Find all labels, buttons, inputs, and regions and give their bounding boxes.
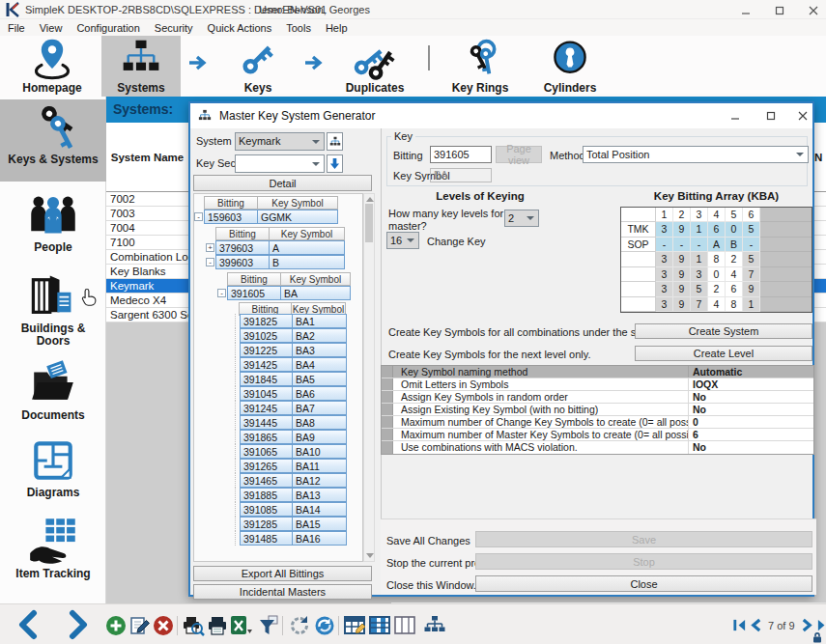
tree-expander[interactable]: -	[217, 289, 226, 297]
create-level-button[interactable]: Create Level	[635, 346, 812, 361]
toolbar-key-rings[interactable]: Key Rings	[437, 36, 524, 97]
setting-row[interactable]: Omit Letters in SymbolsIOQX	[382, 378, 813, 391]
tree-row-change-key[interactable]: 391425BA4	[235, 357, 347, 372]
tree-expander[interactable]: -	[194, 212, 203, 221]
previous-record-button[interactable]	[750, 618, 762, 632]
setting-row[interactable]: Maximum number of Change Key Symbols to …	[382, 416, 813, 429]
key-section-go-button[interactable]	[327, 154, 343, 173]
tree-row-change-key[interactable]: 391065BA10	[235, 444, 347, 459]
table-columns-view-button[interactable]	[394, 614, 417, 637]
table-grid-view-button[interactable]	[369, 614, 392, 637]
delete-button[interactable]	[152, 614, 175, 637]
tree-scrollbar[interactable]	[363, 193, 375, 562]
forward-button[interactable]	[62, 609, 93, 640]
close-dialog-button[interactable]: Close	[475, 575, 812, 592]
menu-quick-actions[interactable]: Quick Actions	[208, 22, 272, 34]
minimize-button[interactable]	[733, 3, 758, 17]
dialog-titlebar[interactable]: Master Key System Generator	[190, 103, 812, 128]
setting-row[interactable]: Key Symbol naming methodAutomatic	[382, 366, 813, 378]
setting-row[interactable]: Use combinations with MACS violation.No	[382, 441, 813, 454]
last-record-button[interactable]	[816, 618, 826, 632]
tree-expander[interactable]: +	[206, 243, 214, 252]
change-key-count-select[interactable]: 16	[386, 232, 419, 249]
maximize-button[interactable]	[767, 3, 792, 17]
tree-header-key-symbol[interactable]: Key Symbol	[257, 196, 338, 210]
setting-row[interactable]: Assign Existing Key Symbol (with no bitt…	[382, 404, 813, 416]
tree-row-change-key[interactable]: 391245BA7	[235, 401, 347, 415]
dialog-minimize-button[interactable]	[720, 103, 751, 128]
levels-count-select[interactable]: 2	[504, 210, 539, 227]
method-select[interactable]: Total Position	[583, 146, 809, 163]
page-view-button[interactable]: Page view	[496, 146, 542, 163]
tree-row-change-key[interactable]: 391045BA6	[235, 386, 347, 401]
sidebar-item-keys-systems[interactable]: Keys & Systems	[0, 99, 106, 182]
first-record-button[interactable]	[732, 618, 747, 632]
tree-header-bitting[interactable]: Bitting	[227, 272, 281, 286]
toolbar-duplicates[interactable]: Duplicates	[327, 36, 423, 97]
tree-row-change-key[interactable]: 391465BA12	[235, 473, 347, 488]
tree-row-change-key[interactable]: 391445BA8	[235, 415, 347, 430]
toolbar-homepage[interactable]: Homepage	[8, 36, 97, 97]
tree-row-change-key[interactable]: 391285BA15	[235, 517, 347, 531]
setting-row[interactable]: Assign Key Symbols in random orderNo	[382, 391, 813, 404]
sync-button[interactable]	[313, 614, 336, 637]
print-button[interactable]	[206, 614, 229, 637]
tree-row-change-key[interactable]: 391265BA11	[235, 459, 347, 473]
tree-row-ggmk[interactable]: 159603GGMK	[204, 210, 338, 224]
export-excel-button[interactable]	[230, 614, 253, 637]
save-button[interactable]: Save	[475, 531, 812, 547]
tree-row-change-key[interactable]: 391865BA9	[235, 430, 347, 444]
add-button[interactable]	[104, 614, 128, 637]
menu-configuration[interactable]: Configuration	[76, 22, 139, 34]
column-partial[interactable]: N	[814, 152, 822, 163]
filter-button[interactable]	[257, 614, 280, 637]
tree-row-change-key[interactable]: 391885BA13	[235, 488, 347, 502]
menu-view[interactable]: View	[40, 22, 63, 34]
toolbar-systems[interactable]: Systems	[101, 36, 181, 97]
back-button[interactable]	[14, 609, 44, 640]
detail-button[interactable]: Detail	[193, 175, 372, 191]
sidebar-item-diagrams[interactable]: Diagrams	[0, 433, 106, 512]
dialog-maximize-button[interactable]	[755, 103, 786, 128]
sidebar-item-documents[interactable]: Documents	[0, 355, 106, 433]
sidebar-item-people[interactable]: People	[0, 185, 106, 265]
sidebar-item-item-tracking[interactable]: Item Tracking	[0, 512, 106, 597]
hierarchy-view-button[interactable]	[423, 614, 446, 637]
tree-row-change-key[interactable]: 391085BA14	[235, 502, 347, 517]
menu-security[interactable]: Security	[155, 22, 193, 34]
tree-row-b[interactable]: 399603B	[215, 255, 345, 269]
create-system-button[interactable]: Create System	[635, 323, 812, 339]
tree-header-bitting[interactable]: Bitting	[204, 196, 258, 210]
tree-row-change-key[interactable]: 391025BA2	[235, 328, 347, 343]
export-all-bittings-button[interactable]: Export All Bittings	[193, 566, 372, 581]
tree-row-change-key[interactable]: 391845BA5	[235, 372, 347, 386]
bitting-input[interactable]: 391605	[430, 146, 492, 163]
toolbar-cylinders[interactable]: Cylinders	[529, 36, 611, 97]
close-button[interactable]	[801, 3, 826, 17]
toolbar-keys[interactable]: Keys	[216, 36, 299, 97]
incidental-masters-button[interactable]: Incidental Masters	[193, 584, 372, 600]
tree-expander[interactable]: -	[206, 258, 214, 266]
menu-tools[interactable]: Tools	[286, 22, 311, 34]
print-preview-button[interactable]	[182, 614, 205, 637]
menu-help[interactable]: Help	[326, 22, 348, 34]
tree-header-key-symbol[interactable]: Key Symbol	[280, 272, 351, 286]
dialog-close-button[interactable]	[787, 103, 818, 128]
tree-row-a[interactable]: 379603A	[215, 240, 345, 255]
tree-header-bitting[interactable]: Bitting	[215, 227, 270, 240]
stop-button[interactable]: Stop	[475, 553, 812, 570]
edit-button[interactable]	[128, 614, 152, 637]
table-edit-view-button[interactable]	[344, 614, 367, 637]
sidebar-item-buildings-doors[interactable]: Buildings & Doors	[0, 266, 106, 355]
menu-file[interactable]: File	[8, 22, 25, 34]
tree-header-key-symbol[interactable]: Key Symbol	[269, 227, 345, 240]
refresh-button[interactable]	[288, 614, 311, 637]
system-tree-button[interactable]	[327, 132, 343, 151]
tree-row-change-key[interactable]: 391485BA16	[235, 531, 347, 546]
system-select[interactable]: Keymark	[235, 132, 325, 151]
setting-row[interactable]: Maximum number of Master Key Symbols to …	[382, 429, 813, 441]
tree-row-change-key[interactable]: 391225BA3	[235, 343, 347, 357]
tree-row-ba[interactable]: 391605BA	[227, 286, 351, 300]
column-system-name[interactable]: System Name	[106, 152, 188, 163]
key-section-select[interactable]	[235, 154, 325, 173]
